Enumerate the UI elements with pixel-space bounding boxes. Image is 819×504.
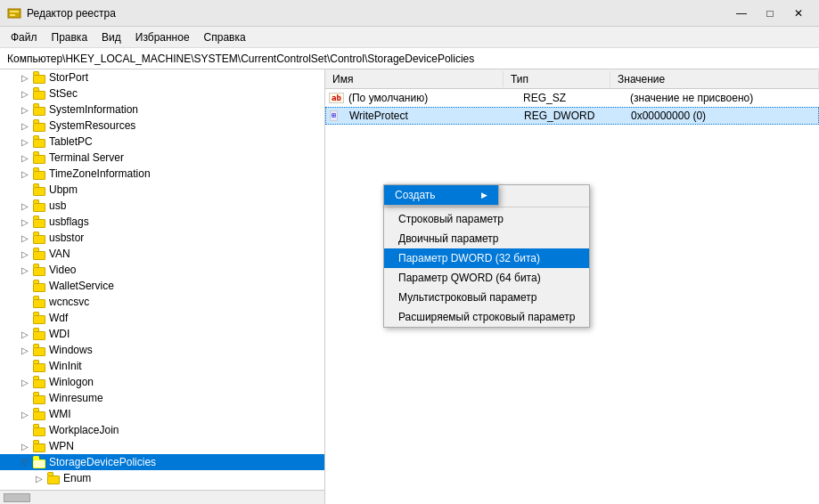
expander-windows[interactable]: ▷ xyxy=(18,345,32,355)
tree-item-workplacejoin[interactable]: WorkplaceJoin xyxy=(0,422,324,438)
tree-label-winresume: Winresume xyxy=(49,392,103,404)
tree-label-wmi: WMI xyxy=(49,408,71,420)
tree-item-usbstor[interactable]: ▷ usbstor xyxy=(0,230,324,246)
column-headers: Имя Тип Значение xyxy=(325,69,819,89)
expander-usb[interactable]: ▷ xyxy=(18,201,32,211)
expander-winlogon[interactable]: ▷ xyxy=(18,378,32,387)
tree-scroll[interactable]: ▷ StorPort ▷ StSec ▷ SystemInformation xyxy=(0,69,324,490)
tree-item-video[interactable]: ▷ Video xyxy=(0,262,324,278)
tree-label-wcncsvc: wcncsvc xyxy=(49,296,89,308)
expander-tabletpc[interactable]: ▷ xyxy=(18,137,32,147)
minimize-button[interactable]: — xyxy=(728,4,755,22)
expander-stsec[interactable]: ▷ xyxy=(18,89,32,99)
tree-horizontal-scrollbar[interactable] xyxy=(0,490,324,504)
title-bar: Редактор реестра — □ ✕ xyxy=(0,0,819,27)
submenu-item-dword[interactable]: Параметр DWORD (32 бита) xyxy=(384,248,589,268)
ctx-create[interactable]: Создать ▶ xyxy=(384,185,498,205)
tree-label-wdf: Wdf xyxy=(49,312,68,324)
tree-label-storport: StorPort xyxy=(49,71,88,84)
context-menu-area: Создать ▶ Раздел Строковый параметр Двои… xyxy=(383,184,590,328)
tree-item-wmi[interactable]: ▷ WMI xyxy=(0,406,324,422)
reg-entry-writeprotect[interactable]: ⊞ WriteProtect REG_DWORD 0x00000000 (0) xyxy=(325,107,819,125)
tree-label-enum: Enum xyxy=(63,472,91,484)
registry-editor-icon xyxy=(7,6,21,20)
tree-item-wcncsvc[interactable]: wcncsvc xyxy=(0,294,324,310)
tree-item-walletservice[interactable]: WalletService xyxy=(0,278,324,294)
expander-wmi[interactable]: ▷ xyxy=(18,410,32,419)
tree-item-storport[interactable]: ▷ StorPort xyxy=(0,69,324,85)
menu-favorites[interactable]: Избранное xyxy=(128,29,197,45)
col-header-value[interactable]: Значение xyxy=(610,71,819,87)
tree-item-systeminformation[interactable]: ▷ SystemInformation xyxy=(0,102,324,118)
expander-usbflags[interactable]: ▷ xyxy=(18,217,32,227)
tree-label-timezoneinfo: TimeZoneInformation xyxy=(49,167,151,180)
address-path: Компьютер\HKEY_LOCAL_MACHINE\SYSTEM\Curr… xyxy=(7,53,474,65)
tree-item-van[interactable]: ▷ VAN xyxy=(0,246,324,262)
reg-entry-default[interactable]: ab (По умолчанию) REG_SZ (значение не пр… xyxy=(325,89,819,107)
menu-view[interactable]: Вид xyxy=(94,29,128,45)
submenu-item-binary[interactable]: Двоичный параметр xyxy=(384,229,589,248)
tree-item-wininit[interactable]: WinInit xyxy=(0,358,324,374)
expander-van[interactable]: ▷ xyxy=(18,249,32,259)
tree-item-terminalserver[interactable]: ▷ Terminal Server xyxy=(0,150,324,166)
tree-item-tabletpc[interactable]: ▷ TabletPC xyxy=(0,134,324,150)
tree-item-storagedevicepolicies[interactable]: ▽ StorageDevicePolicies xyxy=(0,454,324,470)
expander-video[interactable]: ▷ xyxy=(18,265,32,275)
expander-timezoneinfo[interactable]: ▷ xyxy=(18,169,32,179)
expander-storagedevicepolicies[interactable]: ▽ xyxy=(18,458,32,467)
expander-wpn[interactable]: ▷ xyxy=(18,442,32,451)
tree-item-wdi[interactable]: ▷ WDI xyxy=(0,326,324,342)
tree-item-wpn[interactable]: ▷ WPN xyxy=(0,438,324,454)
tree-panel: ▷ StorPort ▷ StSec ▷ SystemInformation xyxy=(0,69,325,504)
tree-item-winresume[interactable]: Winresume xyxy=(0,390,324,406)
tree-item-ubpm[interactable]: Ubpm xyxy=(0,182,324,198)
address-bar: Компьютер\HKEY_LOCAL_MACHINE\SYSTEM\Curr… xyxy=(0,48,819,69)
expander-systemresources[interactable]: ▷ xyxy=(18,121,32,131)
dword-icon: ⊞ xyxy=(330,109,346,123)
expander-terminalserver[interactable]: ▷ xyxy=(18,153,32,163)
tree-item-usb[interactable]: ▷ usb xyxy=(0,198,324,214)
tree-item-systemresources[interactable]: ▷ SystemResources xyxy=(0,118,324,134)
tree-label-video: Video xyxy=(49,264,76,276)
tree-label-usbstor: usbstor xyxy=(49,232,84,244)
submenu-item-string[interactable]: Строковый параметр xyxy=(384,209,589,229)
expander-enum[interactable]: ▷ xyxy=(32,474,46,484)
col-header-name[interactable]: Имя xyxy=(325,71,504,87)
reg-name-default: (По умолчанию) xyxy=(348,92,523,104)
tree-item-wdf[interactable]: Wdf xyxy=(0,310,324,326)
tree-item-usbflags[interactable]: ▷ usbflags xyxy=(0,214,324,230)
tree-item-winlogon[interactable]: ▷ Winlogon xyxy=(0,374,324,390)
tree-label-systeminformation: SystemInformation xyxy=(49,103,138,116)
window-title: Редактор реестра xyxy=(27,7,116,20)
expander-storport[interactable]: ▷ xyxy=(18,73,32,83)
tree-item-enum[interactable]: ▷ Enum xyxy=(0,470,324,486)
menu-file[interactable]: Файл xyxy=(4,29,45,45)
ctx-create-arrow: ▶ xyxy=(481,191,487,199)
menu-help[interactable]: Справка xyxy=(197,29,253,45)
col-header-type[interactable]: Тип xyxy=(504,71,610,87)
submenu-item-expandstring[interactable]: Расширяемый строковый параметр xyxy=(384,307,589,327)
tree-item-windows[interactable]: ▷ Windows xyxy=(0,342,324,358)
tree-label-systemresources: SystemResources xyxy=(49,119,135,132)
expander-systeminformation[interactable]: ▷ xyxy=(18,105,32,115)
tree-item-timezoneinfo[interactable]: ▷ TimeZoneInformation xyxy=(0,166,324,182)
menu-edit[interactable]: Правка xyxy=(45,29,95,45)
tree-label-workplacejoin: WorkplaceJoin xyxy=(49,424,119,436)
expander-usbstor[interactable]: ▷ xyxy=(18,233,32,243)
close-button[interactable]: ✕ xyxy=(785,4,812,22)
expander-wdi[interactable]: ▷ xyxy=(18,329,32,339)
ctx-create-label: Создать xyxy=(395,189,436,201)
maximize-button[interactable]: □ xyxy=(757,4,783,22)
tree-label-winlogon: Winlogon xyxy=(49,376,94,388)
reg-value-default: (значение не присвоено) xyxy=(630,92,815,104)
tree-item-stsec[interactable]: ▷ StSec xyxy=(0,85,324,102)
tree-label-wdi: WDI xyxy=(49,328,70,340)
tree-label-usbflags: usbflags xyxy=(49,215,89,228)
tree-label-usb: usb xyxy=(49,199,66,212)
reg-value-writeprotect: 0x00000000 (0) xyxy=(631,110,815,122)
reg-type-writeprotect: REG_DWORD xyxy=(524,110,631,122)
submenu-item-qword[interactable]: Параметр QWORD (64 бита) xyxy=(384,268,589,288)
reg-name-writeprotect: WriteProtect xyxy=(349,110,524,122)
tree-label-terminalserver: Terminal Server xyxy=(49,151,124,164)
submenu-item-multistring[interactable]: Мультистроковый параметр xyxy=(384,288,589,307)
